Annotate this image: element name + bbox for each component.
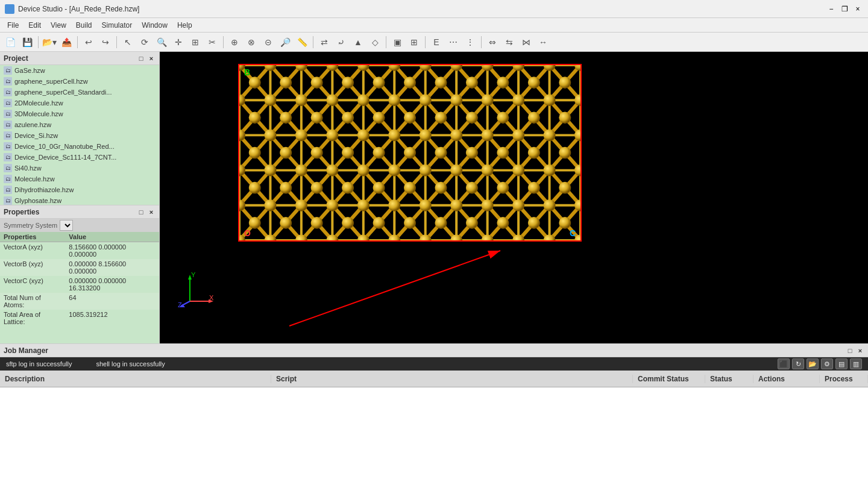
project-item[interactable]: 🗂graphene_superCell_Standardi... xyxy=(0,87,159,98)
project-item[interactable]: 🗂Glyphosate.hzw xyxy=(0,195,159,205)
project-item[interactable]: 🗂Device_Device_Sc111-14_7CNT... xyxy=(0,152,159,163)
tb-connect[interactable]: ⇔ xyxy=(485,34,500,50)
tb-sep-8 xyxy=(481,36,482,48)
job-manager-header: Job Manager □ × xyxy=(0,344,868,357)
menu-edit[interactable]: Edit xyxy=(24,20,46,31)
tb-open-dropdown[interactable]: 📂▾ xyxy=(42,34,57,50)
svg-point-147 xyxy=(357,94,370,106)
minimize-button[interactable]: − xyxy=(826,4,837,14)
tb-cut[interactable]: ✂ xyxy=(204,34,220,50)
tb-crystal[interactable]: ◇ xyxy=(367,34,383,50)
svg-point-255 xyxy=(497,217,509,229)
properties-close[interactable]: × xyxy=(147,208,156,216)
project-item[interactable]: 🗂azulene.hzw xyxy=(0,119,159,130)
tb-path[interactable]: ↔ xyxy=(535,34,551,50)
tb-dos[interactable]: ⋮ xyxy=(462,34,478,50)
properties-maximize[interactable]: □ xyxy=(137,208,145,216)
svg-point-257 xyxy=(559,217,571,229)
tb-bond-tool[interactable]: ⊝ xyxy=(260,34,276,50)
job-close[interactable]: × xyxy=(856,346,864,355)
tb-export[interactable]: 📤 xyxy=(58,34,74,50)
tb-new[interactable]: 📄 xyxy=(2,34,18,50)
svg-point-189 xyxy=(544,199,556,211)
file-icon: 🗂 xyxy=(4,142,12,151)
tb-add-bond[interactable]: ⊗ xyxy=(244,34,259,50)
file-icon: 🗂 xyxy=(4,110,12,118)
col-commit-status: Commit Status xyxy=(633,375,705,383)
svg-point-173 xyxy=(420,164,432,177)
job-log-bar: sftp log in successfully shell log in su… xyxy=(0,357,868,371)
symmetry-select[interactable] xyxy=(60,220,73,231)
tb-cell[interactable]: ▣ xyxy=(389,34,405,50)
tb-move-atom[interactable]: ⇄ xyxy=(316,34,332,50)
tb-build[interactable]: ▲ xyxy=(350,34,366,50)
log-stop-btn[interactable]: ⬛ xyxy=(778,358,790,369)
tb-energy[interactable]: E xyxy=(429,34,444,50)
tb-translate[interactable]: ✛ xyxy=(171,34,186,50)
log-settings-btn[interactable]: ⚙ xyxy=(821,358,833,369)
tb-share[interactable]: ⇆ xyxy=(502,34,517,50)
tb-redo[interactable]: ↪ xyxy=(98,34,113,50)
file-icon: 🗂 xyxy=(4,196,12,205)
tb-add-atom[interactable]: ⊕ xyxy=(227,34,242,50)
tb-select[interactable]: ↖ xyxy=(120,34,136,50)
project-item[interactable]: 🗂3DMolecule.hzw xyxy=(0,108,159,119)
restore-button[interactable]: ❐ xyxy=(839,4,850,14)
svg-point-182 xyxy=(326,199,338,211)
log-msg-2: shell log in successfully xyxy=(96,360,165,368)
menu-window[interactable]: Window xyxy=(137,20,172,31)
tb-undo[interactable]: ↩ xyxy=(81,34,96,50)
svg-point-233 xyxy=(497,147,509,159)
tb-sep-5 xyxy=(313,36,313,48)
props-table: Properties Value VectorA (xyz) 8.156600 … xyxy=(0,232,159,343)
svg-point-214 xyxy=(249,111,261,124)
project-item[interactable]: 🗂2DMolecule.hzw xyxy=(0,98,159,108)
svg-point-203 xyxy=(249,77,261,89)
log-col1-btn[interactable]: ▤ xyxy=(835,358,848,369)
svg-point-228 xyxy=(342,147,354,159)
job-maximize[interactable]: □ xyxy=(846,346,854,355)
svg-point-232 xyxy=(466,147,478,159)
tb-zoom-fit[interactable]: 🔎 xyxy=(277,34,293,50)
menu-simulator[interactable]: Simulator xyxy=(97,20,137,31)
log-col2-btn[interactable]: ▥ xyxy=(850,358,862,369)
menu-view[interactable]: View xyxy=(46,20,71,31)
project-item[interactable]: 🗂graphene_superCell.hzw xyxy=(0,76,159,87)
close-button[interactable]: × xyxy=(852,4,863,14)
tb-supercell[interactable]: ⊞ xyxy=(406,34,422,50)
menu-file[interactable]: File xyxy=(2,20,24,31)
properties-panel: Properties □ × Symmetry System Propertie… xyxy=(0,205,159,343)
project-item[interactable]: 🗂Device_Si.hzw xyxy=(0,130,159,141)
tb-fit[interactable]: ⊞ xyxy=(187,34,203,50)
tb-save[interactable]: 💾 xyxy=(19,34,35,50)
viewport[interactable]: B C O Y X Z xyxy=(160,52,868,343)
project-maximize[interactable]: □ xyxy=(137,54,145,63)
tb-rotate[interactable]: ⟳ xyxy=(137,34,153,50)
prop-value: 8.156600 0.000000 0.000000 xyxy=(65,242,159,260)
prop-name: VectorA (xyz) xyxy=(0,242,65,260)
file-icon: 🗂 xyxy=(4,164,12,172)
tb-measure[interactable]: 📏 xyxy=(294,34,310,50)
menu-help[interactable]: Help xyxy=(172,20,197,31)
tb-band[interactable]: ⋯ xyxy=(445,34,461,50)
project-item[interactable]: 🗂Molecule.hzw xyxy=(0,174,159,184)
project-item[interactable]: 🗂Dihydrothiazole.hzw xyxy=(0,184,159,195)
svg-point-206 xyxy=(342,77,354,89)
tb-zoom-in[interactable]: 🔍 xyxy=(154,34,169,50)
axes-svg: Y X Z xyxy=(178,271,214,307)
props-row: Total Area of Lattice: 1085.319212 xyxy=(0,310,159,327)
project-close[interactable]: × xyxy=(147,54,156,63)
tb-rotate-atom[interactable]: ⤾ xyxy=(333,34,349,50)
project-item[interactable]: 🗂Device_10_0Gr_Nanotube_Red... xyxy=(0,141,159,152)
log-open-btn[interactable]: 📂 xyxy=(807,358,819,369)
log-refresh-btn[interactable]: ↻ xyxy=(792,358,804,369)
tb-network[interactable]: ⋈ xyxy=(518,34,534,50)
svg-point-145 xyxy=(295,94,307,106)
properties-title: Properties xyxy=(4,208,137,216)
svg-point-236 xyxy=(249,182,261,194)
svg-point-242 xyxy=(435,182,447,194)
project-item[interactable]: 🗂GaSe.hzw xyxy=(0,65,159,76)
project-item[interactable]: 🗂Si40.hzw xyxy=(0,163,159,174)
menu-build[interactable]: Build xyxy=(71,20,97,31)
svg-point-213 xyxy=(559,77,571,89)
